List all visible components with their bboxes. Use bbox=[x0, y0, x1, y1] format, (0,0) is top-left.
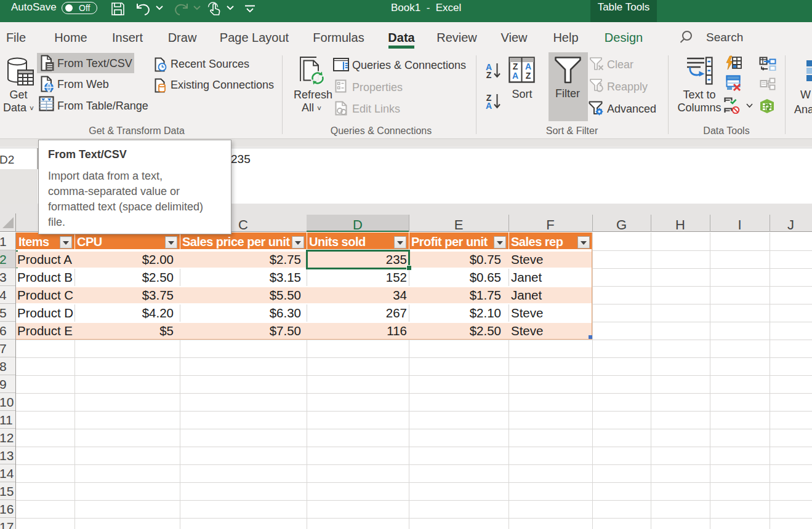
svg-text:A: A bbox=[525, 62, 531, 71]
svg-text:Z: Z bbox=[526, 71, 531, 81]
svg-text:A: A bbox=[512, 71, 518, 81]
svg-text:Z: Z bbox=[513, 62, 518, 71]
